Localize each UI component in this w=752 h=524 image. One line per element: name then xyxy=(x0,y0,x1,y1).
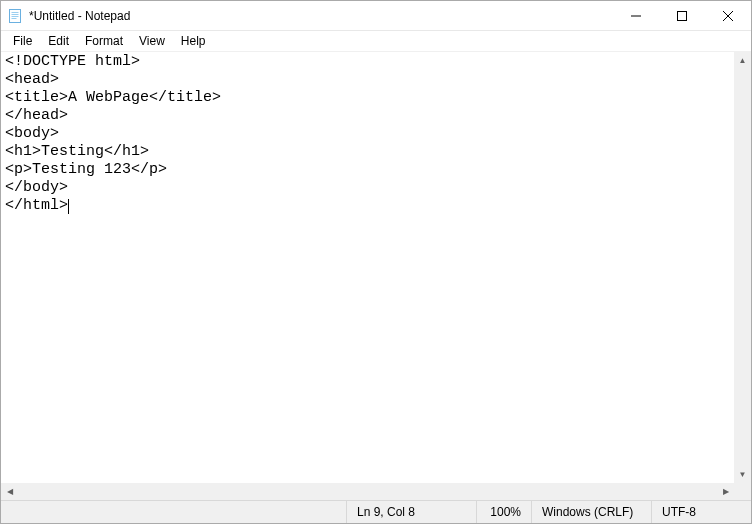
menubar: File Edit Format View Help xyxy=(1,31,751,52)
status-position: Ln 9, Col 8 xyxy=(346,501,476,523)
maximize-button[interactable] xyxy=(659,1,705,30)
status-zoom: 100% xyxy=(476,501,531,523)
statusbar: Ln 9, Col 8 100% Windows (CRLF) UTF-8 xyxy=(1,500,751,523)
minimize-button[interactable] xyxy=(613,1,659,30)
text-editor[interactable]: <!DOCTYPE html> <head> <title>A WebPage<… xyxy=(1,52,734,483)
status-encoding: UTF-8 xyxy=(651,501,751,523)
menu-help[interactable]: Help xyxy=(173,32,214,50)
window-title: *Untitled - Notepad xyxy=(29,9,130,23)
menu-file[interactable]: File xyxy=(5,32,40,50)
editor-area: <!DOCTYPE html> <head> <title>A WebPage<… xyxy=(1,52,751,500)
scroll-right-icon[interactable]: ▶ xyxy=(717,483,734,500)
horizontal-scrollbar[interactable]: ◀ ▶ xyxy=(1,483,734,500)
window-controls xyxy=(613,1,751,30)
notepad-icon xyxy=(7,8,23,24)
close-button[interactable] xyxy=(705,1,751,30)
titlebar: *Untitled - Notepad xyxy=(1,1,751,31)
menu-format[interactable]: Format xyxy=(77,32,131,50)
svg-rect-6 xyxy=(678,11,687,20)
status-spacer xyxy=(1,501,346,523)
scroll-up-icon[interactable]: ▲ xyxy=(734,52,751,69)
menu-view[interactable]: View xyxy=(131,32,173,50)
scroll-left-icon[interactable]: ◀ xyxy=(1,483,18,500)
scroll-corner xyxy=(734,483,751,500)
status-line-ending: Windows (CRLF) xyxy=(531,501,651,523)
menu-edit[interactable]: Edit xyxy=(40,32,77,50)
scroll-down-icon[interactable]: ▼ xyxy=(734,466,751,483)
vertical-scrollbar[interactable]: ▲ ▼ xyxy=(734,52,751,483)
